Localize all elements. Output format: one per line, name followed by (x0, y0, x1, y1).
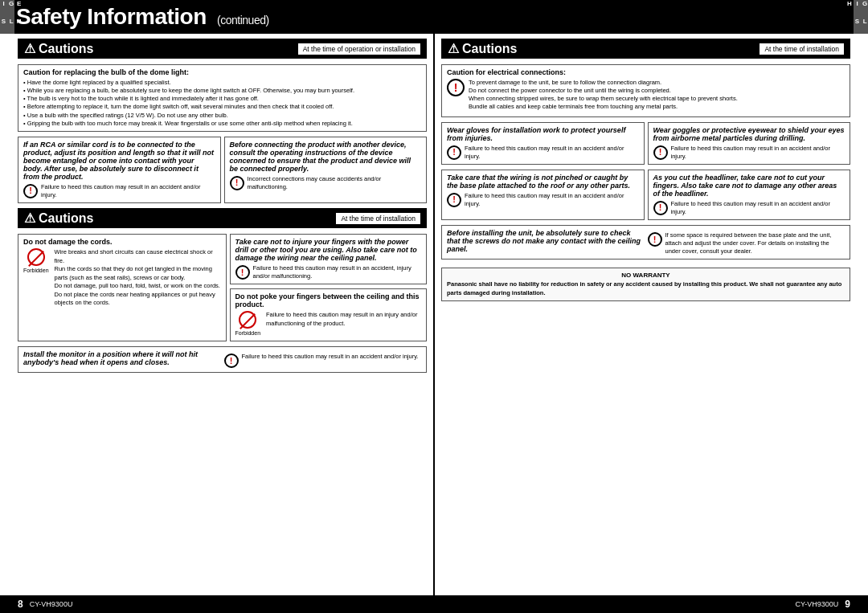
wiring-icon-row: ! Failure to heed this caution may resul… (447, 192, 639, 208)
elec-item-1: To prevent damage to the unit, be sure t… (469, 79, 738, 87)
gloves-text: Failure to heed this caution may result … (465, 145, 639, 161)
headliner-icon-row: ! Failure to heed this caution may resul… (653, 200, 845, 216)
dome-light-content: • Have the dome light replaced by a qual… (23, 79, 421, 128)
side-letter-left: E N G L I S H (0, 0, 23, 34)
screws-icon-row: ! If some space is required between the … (648, 231, 845, 255)
cords-icon-row: Forbidden Wire breaks and short circuits… (23, 248, 221, 308)
wiring-text: Failure to heed this caution may result … (465, 192, 639, 208)
monitor-install-icon-row: ! Failure to heed this caution may resul… (224, 353, 419, 368)
page-left: ⚠ Cautions At the time of operation or i… (0, 34, 435, 595)
caution-label-1: Cautions (39, 42, 93, 56)
page-number-right: 9 (845, 599, 850, 610)
rca-connecting-section: If an RCA or similar cord is to be conne… (18, 137, 427, 205)
gloves-section: Wear gloves for installation work to pro… (441, 122, 645, 165)
side-letter-right: E N G L I S H (845, 0, 868, 34)
no-warranty-title: NO WARRANTY (447, 272, 845, 279)
rca-icon-row: ! Failure to heed this caution may resul… (23, 183, 215, 199)
goggles-title: Wear goggles or protective eyewear to sh… (653, 126, 845, 142)
gloves-caution-icon: ! (447, 145, 461, 160)
electrical-section: Caution for electrical connections: ! To… (441, 64, 850, 117)
dome-light-item-4: • Before attempting to replace it, turn … (23, 103, 421, 111)
gloves-goggles-section: Wear gloves for installation work to pro… (441, 122, 850, 166)
headliner-caution-icon: ! (653, 201, 668, 215)
rca-section: If an RCA or similar cord is to be conne… (18, 137, 221, 203)
dome-light-title: Caution for replacing the bulb of the do… (23, 68, 421, 76)
caution-subtitle-2: At the time of installation (336, 213, 420, 224)
warning-triangle-icon-right: ⚠ (448, 41, 459, 56)
goggles-icon-row: ! Failure to heed this caution may resul… (653, 145, 845, 161)
connecting-section: Before connecting the product with anoth… (224, 137, 428, 203)
forbidden-icon-cords (27, 248, 45, 266)
screws-text: If some space is required between the ba… (665, 231, 845, 255)
elec-item-2: Do not connect the power connector to th… (469, 87, 738, 95)
right-cords-col: Take care not to injure your fingers wit… (230, 234, 428, 343)
screws-icon-col: ! If some space is required between the … (648, 229, 845, 255)
fingers-drill-section: Take care not to injure your fingers wit… (230, 234, 428, 284)
monitor-install-icon-col: ! Failure to heed this caution may resul… (224, 350, 422, 369)
model-number-left: CY-VH9300U (30, 600, 73, 608)
rca-icon-text: Failure to heed this caution may result … (41, 183, 215, 199)
screws-caution-icon: ! (648, 232, 662, 247)
caution-bar-2: ⚠ Cautions At the time of installation (18, 208, 427, 228)
page-footer: 8 CY-VH9300U CY-VH9300U 9 (0, 595, 868, 613)
poke-fingers-title: Do not poke your fingers between the cei… (235, 292, 422, 309)
screws-inner: Before installing the unit, be absolutel… (447, 229, 845, 255)
dome-light-section: Caution for replacing the bulb of the do… (18, 64, 427, 132)
cords-drilling-section: Do not damage the cords. Forbidden Wire … (18, 234, 427, 343)
side-tab-right: E N G L I S H (854, 0, 868, 34)
goggles-text: Failure to heed this caution may result … (671, 145, 845, 161)
screws-title: Before installing the unit, be absolutel… (447, 229, 645, 253)
headliner-section: As you cut the headliner, take care not … (648, 170, 851, 220)
caution-label-right: Cautions (462, 42, 517, 56)
no-warranty-text: Panasonic shall have no liability for re… (447, 280, 845, 297)
electrical-caution-icon: ! (447, 79, 465, 96)
gloves-title: Wear gloves for installation work to pro… (447, 126, 639, 142)
connecting-icon-row: ! Incorrect connections may cause accide… (230, 175, 422, 191)
caution-title-1: ⚠ Cautions (24, 41, 93, 56)
elec-item-4: Bundle all cables and keep cable termina… (469, 103, 738, 111)
connecting-icon-text: Incorrect connections may cause accident… (248, 175, 422, 191)
forbidden-icon-poke (239, 311, 256, 329)
caution-subtitle-1: At the time of operation or installation (298, 43, 420, 55)
footer-right: CY-VH9300U 9 (434, 599, 868, 610)
monitor-install-title-col: Install the monitor in a position where … (23, 350, 221, 369)
caution-label-2: Cautions (39, 211, 93, 226)
poke-fingers-section: Do not poke your fingers between the cei… (230, 288, 428, 341)
connecting-caution-icon: ! (230, 176, 244, 190)
electrical-title: Caution for electrical connections: (447, 68, 845, 76)
caution-bar-right: ⚠ Cautions At the time of installation (441, 39, 850, 59)
page-right: ⚠ Cautions At the time of installation C… (435, 34, 868, 595)
wiring-caution-icon: ! (447, 193, 461, 207)
side-tab-left: E N G L I S H (0, 0, 14, 34)
cords-text: Wire breaks and short circuits can cause… (55, 248, 221, 308)
monitor-install-title: Install the monitor in a position where … (23, 350, 221, 366)
monitor-install-text: Failure to heed this caution may result … (242, 353, 419, 361)
goggles-caution-icon: ! (653, 145, 668, 160)
poke-fingers-icon-row: Forbidden Failure to heed this caution m… (235, 311, 422, 336)
fingers-drill-icon: ! (235, 265, 250, 280)
page-header: E N G L I S H Safety Information (contin… (0, 0, 868, 34)
footer-left: 8 CY-VH9300U (0, 599, 434, 610)
page-title: Safety Information (continued) (16, 4, 269, 29)
electrical-content: To prevent damage to the unit, be sure t… (469, 79, 738, 112)
main-content: ⚠ Cautions At the time of operation or i… (0, 34, 868, 595)
gloves-icon-row: ! Failure to heed this caution may resul… (447, 145, 639, 161)
headliner-text: Failure to heed this caution may result … (671, 200, 845, 216)
model-number-right: CY-VH9300U (796, 600, 839, 608)
electrical-icon-row: ! To prevent damage to the unit, be sure… (447, 79, 845, 112)
rca-title: If an RCA or similar cord is to be conne… (23, 141, 215, 181)
caution-title-right: ⚠ Cautions (448, 41, 517, 56)
warning-triangle-icon-1: ⚠ (24, 41, 35, 56)
fingers-drill-icon-row: ! Failure to heed this caution may resul… (235, 264, 422, 280)
no-warranty-text-bold: Panasonic shall have no liability for re… (447, 280, 841, 296)
cords-title: Do not damage the cords. (23, 238, 221, 246)
rca-caution-icon: ! (23, 184, 38, 198)
page-number-left: 8 (18, 599, 23, 610)
screws-title-col: Before installing the unit, be absolutel… (447, 229, 645, 255)
dome-light-item-1: • Have the dome light replaced by a qual… (23, 79, 421, 87)
fingers-drill-title: Take care not to injure your fingers wit… (235, 238, 422, 262)
elec-item-3: When connecting stripped wires, be sure … (469, 95, 738, 103)
caution-title-2: ⚠ Cautions (24, 210, 93, 226)
no-warranty-box: NO WARRANTY Panasonic shall have no liab… (441, 268, 850, 301)
caution-bar-1: ⚠ Cautions At the time of operation or i… (18, 39, 427, 59)
